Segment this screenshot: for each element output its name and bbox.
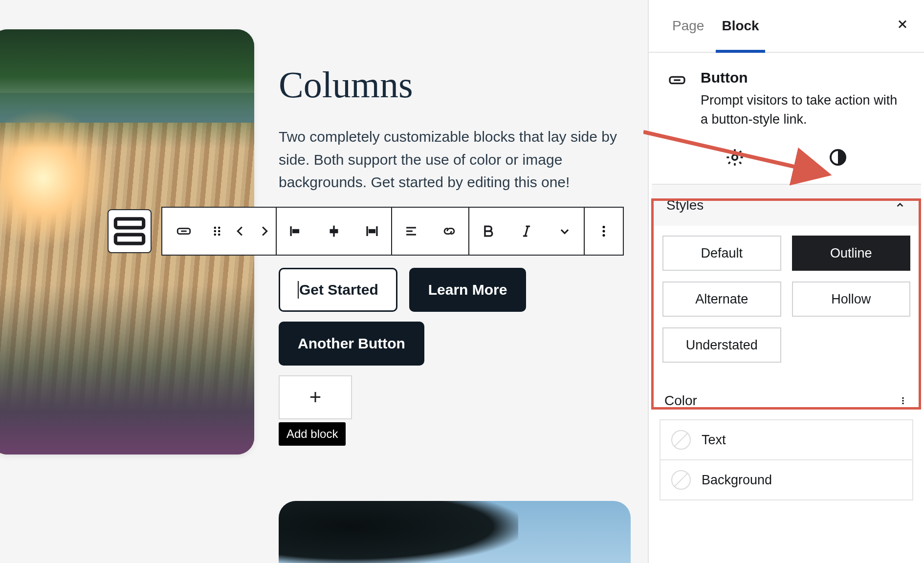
color-text-row[interactable]: Text [660, 420, 912, 460]
another-button[interactable]: Another Button [279, 322, 424, 366]
add-block-tooltip: Add block [279, 422, 346, 446]
align-center-icon [326, 223, 342, 239]
svg-rect-16 [369, 229, 375, 234]
block-description: Prompt visitors to take action with a bu… [701, 91, 906, 129]
align-justify-full-icon [364, 223, 380, 239]
svg-point-32 [902, 397, 903, 399]
block-summary: Button Prompt visitors to take action wi… [649, 53, 924, 133]
text-align[interactable] [392, 208, 430, 255]
svg-rect-0 [115, 219, 143, 228]
style-understated[interactable]: Understated [662, 327, 781, 363]
svg-point-5 [218, 227, 220, 229]
tab-block[interactable]: Block [713, 0, 768, 52]
svg-rect-11 [292, 229, 299, 234]
styles-panel: Styles Default Outline Alternate Hollow … [652, 184, 921, 379]
svg-point-34 [902, 403, 903, 404]
style-outline[interactable]: Outline [792, 236, 911, 271]
swatch-none-icon [671, 430, 691, 450]
color-row-label: Text [702, 433, 726, 448]
svg-point-33 [902, 400, 903, 402]
styles-panel-header[interactable]: Styles [652, 185, 921, 226]
text-column[interactable]: Columns Two completely customizable bloc… [279, 64, 631, 194]
add-block-inserter: + Add block [279, 375, 352, 446]
align-left-icon [287, 223, 304, 239]
color-row-label: Background [702, 473, 772, 488]
styles-panel-label: Styles [666, 197, 704, 213]
button-block-icon [667, 70, 687, 90]
block-toolbar [108, 207, 624, 256]
secondary-image-column[interactable] [279, 501, 631, 563]
bold-icon [480, 223, 497, 239]
chevron-down-icon [556, 223, 573, 239]
style-alternate[interactable]: Alternate [662, 282, 781, 317]
italic-icon [518, 223, 535, 239]
link-button[interactable] [430, 208, 468, 255]
block-type-button[interactable] [162, 208, 205, 255]
block-title: Button [701, 69, 906, 86]
block-options[interactable] [585, 208, 623, 255]
paragraph-align-icon [403, 223, 419, 239]
svg-point-4 [214, 227, 216, 229]
svg-rect-13 [330, 229, 338, 234]
svg-point-8 [214, 234, 216, 236]
rock-image [279, 501, 518, 563]
swatch-none-icon [671, 470, 691, 490]
gear-icon [725, 148, 745, 167]
more-options-icon [595, 223, 612, 239]
close-icon [896, 18, 909, 31]
button-block-icon [176, 223, 192, 239]
justify-full[interactable] [353, 208, 391, 255]
color-panel-label: Color [664, 393, 697, 409]
style-default[interactable]: Default [662, 236, 781, 271]
drag-handle-icon [209, 223, 225, 239]
chevron-left-icon [232, 223, 249, 239]
italic-button[interactable] [507, 208, 546, 255]
button-label: Learn More [428, 282, 507, 298]
color-list: Text Background [660, 419, 913, 500]
svg-line-22 [525, 226, 528, 236]
chevron-up-icon [894, 199, 906, 212]
move-left[interactable] [229, 208, 252, 255]
justify-left[interactable] [277, 208, 315, 255]
style-options-grid: Default Outline Alternate Hollow Underst… [652, 226, 921, 379]
get-started-button[interactable]: Get Started [279, 268, 397, 312]
button-label: Another Button [298, 335, 405, 352]
buttons-row: Get Started Learn More [279, 268, 526, 312]
move-right[interactable] [252, 208, 276, 255]
svg-point-6 [214, 230, 216, 233]
link-icon [441, 223, 458, 239]
parent-block-selector[interactable] [108, 209, 152, 253]
settings-tab[interactable] [725, 148, 745, 169]
contrast-icon [828, 148, 848, 167]
text-caret [298, 281, 299, 299]
block-type-icon-wrap [666, 69, 688, 91]
styles-tab[interactable] [828, 148, 848, 169]
sidebar-tabs: Page Block [649, 0, 924, 53]
more-formatting[interactable] [546, 208, 584, 255]
color-background-row[interactable]: Background [660, 460, 912, 499]
columns-heading[interactable]: Columns [279, 64, 631, 106]
drag-handle[interactable] [205, 208, 229, 255]
tab-page[interactable]: Page [663, 0, 713, 52]
plus-icon: + [309, 386, 322, 409]
close-sidebar[interactable] [896, 18, 909, 35]
svg-point-30 [732, 155, 737, 160]
justify-center[interactable] [315, 208, 353, 255]
color-panel-header[interactable]: Color [649, 379, 924, 419]
svg-point-25 [602, 234, 605, 237]
editor-canvas: Columns Two completely customizable bloc… [0, 0, 684, 563]
bold-button[interactable] [469, 208, 507, 255]
more-options-icon[interactable] [898, 394, 908, 408]
svg-point-9 [218, 234, 220, 236]
add-block-button[interactable]: + [279, 375, 352, 419]
columns-block-icon [109, 210, 151, 252]
learn-more-button[interactable]: Learn More [409, 268, 527, 312]
columns-body[interactable]: Two completely customizable blocks that … [279, 126, 631, 194]
chevron-right-icon [256, 223, 272, 239]
button-label: Get Started [299, 282, 378, 298]
style-hollow[interactable]: Hollow [792, 282, 911, 317]
svg-point-23 [602, 226, 605, 228]
svg-point-7 [218, 230, 220, 233]
svg-rect-1 [115, 235, 143, 243]
svg-point-24 [602, 230, 605, 232]
